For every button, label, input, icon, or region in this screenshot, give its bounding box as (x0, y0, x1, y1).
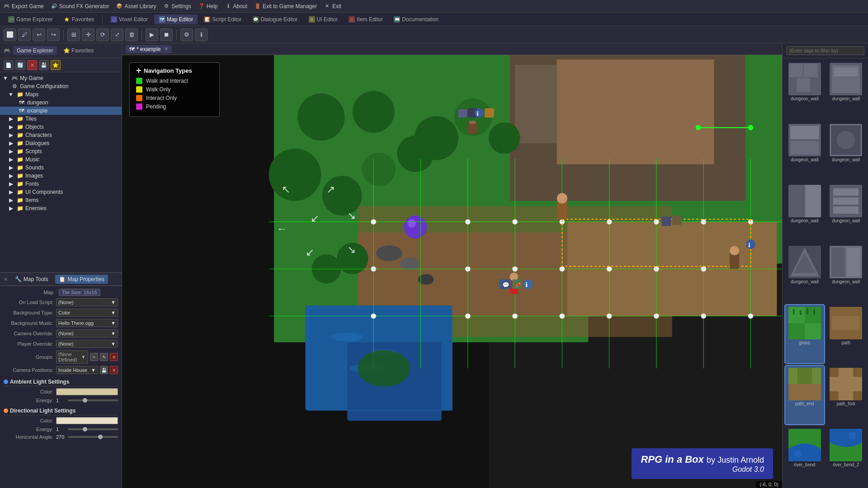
on-load-script-dropdown[interactable]: (None) ▼ (56, 298, 118, 306)
cam-pos-save-btn[interactable]: 💾 (100, 366, 108, 374)
tree-images[interactable]: ▶ 📁 Images (0, 172, 122, 180)
file-new[interactable]: 📄 (4, 60, 14, 70)
tree-sounds[interactable]: ▶ 📁 Sounds (0, 164, 122, 172)
menu-exit[interactable]: ✕ Exit (324, 3, 341, 9)
tile-dungeon-wall-6[interactable]: dungeon_wall (827, 183, 866, 241)
groups-edit-btn[interactable]: ✎ (100, 353, 108, 361)
player-override-dropdown[interactable]: (None) ▼ (56, 340, 118, 348)
menu-exit-game-manager[interactable]: 🚪 Exit to Game Manager (255, 3, 317, 9)
tile-path-fork[interactable]: path_fork (827, 366, 866, 424)
directional-energy-slider[interactable] (68, 428, 118, 430)
file-refresh[interactable]: 🔄 (15, 60, 25, 70)
nav-walk-only: Walk Only (136, 86, 213, 93)
tree-characters[interactable]: ▶ 📁 Characters (0, 131, 122, 139)
svg-point-49 (371, 266, 376, 272)
tile-dungeon-wall-8[interactable]: dungeon_wall (827, 244, 866, 302)
toolbar-redo[interactable]: ↪ (47, 28, 60, 41)
horizontal-angle-slider[interactable] (68, 436, 118, 438)
directional-color-swatch[interactable] (56, 417, 118, 424)
file-save[interactable]: 💾 (39, 60, 49, 70)
tile-dungeon-wall-2[interactable]: dungeon_wall (827, 61, 866, 119)
file-favorite[interactable]: ⭐ (51, 60, 61, 70)
watermark-title: RPG in a Box by Justin Arnold (641, 454, 764, 465)
menu-settings[interactable]: ⚙ Settings (163, 3, 191, 9)
tile-dungeon-wall-1[interactable]: dungeon_wall (785, 61, 824, 119)
tree-map-example[interactable]: 🗺 example (0, 107, 122, 115)
tile-grass[interactable]: grass (785, 305, 824, 363)
toolbar-delete[interactable]: 🗑 (125, 28, 138, 41)
tree-scripts[interactable]: ▶ 📁 Scripts (0, 147, 122, 155)
tab-map-editor[interactable]: 🗺 Map Editor (154, 14, 198, 24)
tile-dungeon-wall-7[interactable]: dungeon_wall (785, 244, 824, 302)
tree-maps[interactable]: ▼ 📁 Maps (0, 90, 122, 99)
ambient-color-swatch[interactable] (56, 388, 118, 395)
tile-dungeon-wall-3[interactable]: dungeon_wall (785, 122, 824, 180)
svg-rect-91 (485, 108, 494, 117)
tile-dungeon-wall-5[interactable]: dungeon_wall (785, 183, 824, 241)
toolbar-paint[interactable]: 🖊 (18, 28, 31, 41)
tab-voxel-editor[interactable]: ◻ Voxel Editor (106, 14, 152, 24)
groups-add-btn[interactable]: + (90, 353, 98, 361)
tab-favorites[interactable]: ⭐ Favorites (59, 14, 99, 24)
tab-ui-editor[interactable]: 🖥 UI Editor (304, 14, 343, 24)
tile-thumb-path-end (788, 368, 821, 400)
tab-map-tools[interactable]: 🔧 Map Tools (11, 275, 52, 284)
tree-root[interactable]: ▼ 🎮 My Game (0, 74, 122, 82)
menu-help[interactable]: ❓ Help (198, 3, 218, 9)
tree-fonts[interactable]: ▶ 📁 Fonts (0, 180, 122, 188)
tab-item-editor[interactable]: ⚔ Item Editor (344, 14, 387, 24)
tree-enemies[interactable]: ▶ 📁 Enemies (0, 204, 122, 212)
tab-map-properties[interactable]: 📋 Map Properties (55, 275, 108, 284)
tree-music[interactable]: ▶ 📁 Music (0, 155, 122, 164)
tree-game-config[interactable]: ⚙ Game Configuration (0, 82, 122, 90)
toolbar-settings[interactable]: ⚙ (180, 28, 193, 41)
toolbar-play[interactable]: ▶ (146, 28, 158, 41)
tile-river-bend-2[interactable]: river_bend_2 (827, 427, 866, 485)
tab-script-editor[interactable]: 📝 Script Editor (199, 14, 246, 24)
tags-filter-input[interactable] (786, 46, 864, 55)
menu-about[interactable]: ℹ About (225, 3, 247, 9)
tile-river-bend[interactable]: river_bend (785, 427, 824, 485)
camera-positions-dropdown[interactable]: Inside House ▼ (56, 366, 98, 374)
toolbar-rotate[interactable]: ⟳ (96, 28, 109, 41)
toolbar-scale[interactable]: ⤢ (111, 28, 123, 41)
background-type-dropdown[interactable]: Color ▼ (56, 309, 118, 317)
toolbar-move[interactable]: ✛ (82, 28, 94, 41)
tree-map-dungeon[interactable]: 🗺 dungeon (0, 99, 122, 107)
background-music-dropdown[interactable]: Hello There.ogg ▼ (56, 319, 118, 327)
groups-dropdown[interactable]: (None Defined) ▼ (56, 350, 88, 364)
tab-dialogue-editor[interactable]: 💬 Dialogue Editor (248, 14, 302, 24)
toolbar-grid[interactable]: ⊞ (67, 28, 80, 41)
script-editor-icon: 📝 (204, 16, 210, 23)
toolbar-stop[interactable]: ⏹ (160, 28, 173, 41)
tile-path[interactable]: path (827, 305, 866, 363)
ambient-energy-slider[interactable] (68, 399, 118, 401)
toolbar-undo[interactable]: ↩ (33, 28, 45, 41)
svg-rect-6 (557, 60, 714, 164)
tree-ui-components[interactable]: ▶ 📁 UI Components (0, 188, 122, 196)
tree-dialogues[interactable]: ▶ 📁 Dialogues (0, 139, 122, 147)
tree-objects[interactable]: ▶ 📁 Objects (0, 123, 122, 131)
menu-sound-fx[interactable]: 🔊 Sound FX Generator (51, 3, 109, 9)
game-explorer-tab[interactable]: Game Explorer (13, 46, 57, 55)
camera-override-dropdown[interactable]: (None) ▼ (56, 329, 118, 338)
tree-tiles[interactable]: ▶ 📁 Tiles (0, 115, 122, 123)
groups-delete-btn[interactable]: ✕ (110, 353, 118, 361)
tile-dungeon-wall-4[interactable]: dungeon_wall (827, 122, 866, 180)
cam-pos-delete-btn[interactable]: ✕ (110, 366, 118, 374)
viewport-close-btn[interactable]: ✕ (164, 46, 168, 52)
tab-documentation[interactable]: 📖 Documentation (389, 14, 443, 24)
menu-export-game[interactable]: 🎮 Export Game (4, 3, 44, 9)
toolbar-info[interactable]: ℹ (195, 28, 208, 41)
documentation-icon: 📖 (394, 16, 400, 23)
viewport-tab-example[interactable]: 🗺 * example ✕ (126, 45, 172, 53)
file-delete[interactable]: ✕ (27, 60, 37, 70)
viewport-canvas[interactable]: ↖ ↗ ← ↙ ↘ ↙ ↘ 💬 � (122, 55, 782, 488)
menu-asset-library[interactable]: 📦 Asset Library (116, 3, 156, 9)
toolbar-select[interactable]: ⬜ (4, 28, 16, 41)
tile-path-end[interactable]: path_end (785, 366, 824, 424)
favorites-tab[interactable]: ⭐ Favorites (60, 46, 98, 55)
tab-game-explorer[interactable]: 🎮 Game Explorer (4, 14, 57, 24)
background-music-label: Background Music: (4, 320, 53, 326)
tree-items[interactable]: ▶ 📁 Items (0, 196, 122, 204)
